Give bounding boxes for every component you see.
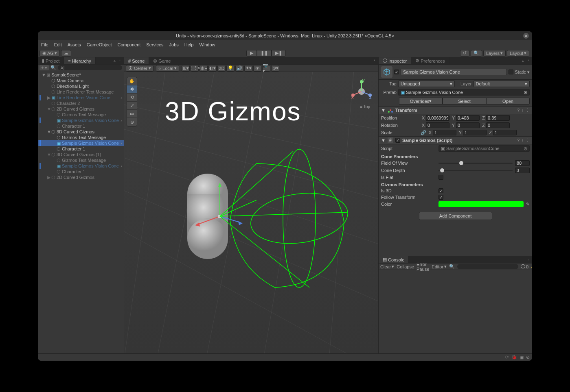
menu-edit[interactable]: Edit: [54, 42, 62, 47]
scale-z[interactable]: [493, 130, 517, 135]
fx-dropdown[interactable]: ✦▾: [244, 65, 252, 72]
audio-toggle[interactable]: 🔊: [235, 65, 243, 72]
hierarchy-item[interactable]: ⬡Directional Light: [38, 83, 124, 89]
grid-snap-button[interactable]: ⊞▾: [182, 65, 190, 72]
menu-gameobject[interactable]: GameObject: [87, 42, 112, 47]
cache-server-icon[interactable]: ▣: [520, 355, 524, 360]
rotation-y[interactable]: [456, 122, 480, 128]
hierarchy-item[interactable]: ⬡Gizmos Text Message: [38, 157, 124, 163]
menu-component[interactable]: Component: [117, 42, 140, 47]
prefab-open-button[interactable]: Open: [486, 98, 530, 105]
cloud-button[interactable]: ☁: [61, 50, 71, 57]
help-icon[interactable]: ?: [517, 138, 520, 143]
lighting-toggle[interactable]: 💡: [226, 65, 235, 72]
progress-icon[interactable]: ⊘: [526, 355, 530, 360]
component-enabled-checkbox[interactable]: ✓: [395, 138, 400, 143]
help-icon[interactable]: ?: [517, 108, 520, 113]
hierarchy-item[interactable]: ▼⊠SampleScene*: [38, 72, 124, 78]
isflat-checkbox[interactable]: [438, 175, 443, 180]
tab-project[interactable]: ▮ Project: [38, 57, 64, 64]
console-clear-button[interactable]: Clear ▾: [380, 264, 394, 269]
tab-game[interactable]: ◎ Game: [149, 57, 175, 64]
menu-jobs[interactable]: Jobs: [169, 42, 179, 47]
layer-dropdown[interactable]: Default▾: [474, 81, 530, 87]
open-prefab-icon[interactable]: ›: [121, 141, 122, 146]
debugger-icon[interactable]: 🐞: [511, 355, 517, 360]
2d-toggle[interactable]: 2D: [217, 65, 226, 72]
hand-tool[interactable]: ✋: [127, 77, 137, 85]
preset-icon[interactable]: ⫶: [521, 138, 524, 143]
window-close-button[interactable]: ✕: [523, 33, 529, 39]
depth-slider[interactable]: [438, 170, 513, 171]
open-prefab-icon[interactable]: ›: [121, 95, 122, 100]
move-tool[interactable]: ✥: [127, 85, 137, 94]
overrides-dropdown[interactable]: Overrides ▾: [399, 98, 443, 105]
console-editor-dropdown[interactable]: Editor ▾: [432, 264, 447, 269]
prefab-select-button[interactable]: Select: [443, 98, 486, 105]
depth-value[interactable]: [515, 168, 530, 173]
menu-services[interactable]: Services: [146, 42, 163, 47]
hierarchy-item[interactable]: ▣Sample Gizmos Vision Cone›: [38, 140, 124, 146]
menu-icon[interactable]: ⋮: [526, 257, 531, 262]
tab-hierarchy[interactable]: ≡ Hierarchy: [64, 57, 96, 64]
transform-tool[interactable]: ⊕: [127, 118, 137, 126]
console-search[interactable]: [457, 264, 518, 269]
color-field[interactable]: [438, 201, 524, 207]
draw-mode-dropdown[interactable]: ◐▾: [208, 65, 217, 72]
console-collapse-toggle[interactable]: Collapse: [397, 264, 414, 269]
hierarchy-item[interactable]: ▣Sample Gizmos Vision Cone›: [38, 163, 124, 169]
rotate-tool[interactable]: ⟲: [127, 94, 137, 102]
hierarchy-item[interactable]: ▣Sample Gizmos Vision Cone›: [38, 118, 124, 123]
position-x[interactable]: [426, 115, 449, 121]
console-error-pause-toggle[interactable]: Error Pause: [417, 262, 429, 272]
hierarchy-item[interactable]: ⬡Character 1: [38, 169, 124, 174]
camera-dropdown[interactable]: 📷▾: [262, 65, 270, 72]
static-checkbox[interactable]: [509, 70, 513, 74]
scale-y[interactable]: [463, 130, 487, 135]
visibility-toggle[interactable]: 👁: [253, 65, 261, 72]
hierarchy-item[interactable]: ⬡Line Renderer Text Message: [38, 89, 124, 95]
pause-button[interactable]: ❚❚: [257, 50, 272, 57]
hierarchy-item[interactable]: ⬡Gizmos Text Message: [38, 135, 124, 140]
menu-icon[interactable]: ⋮: [525, 138, 530, 143]
script-component-header[interactable]: ▼ # ✓ Sample Gizmos (Script) ?⫶⋮: [379, 136, 532, 144]
prefab-asset-field[interactable]: ▣ Sample Gizmos Vision Cone ⊙: [398, 89, 530, 96]
gameobject-name-field[interactable]: [401, 69, 507, 75]
chevron-down-icon[interactable]: ▾: [527, 70, 530, 75]
eyedropper-icon[interactable]: ✎: [526, 202, 530, 207]
locate-icon[interactable]: ⊙: [524, 90, 527, 95]
hierarchy-item[interactable]: ▼⬡3D Curved Gizmos (1): [38, 152, 124, 157]
scene-viewport[interactable]: ✋ ✥ ⟲ ⤢ ▭ ⊕ 3D Gizmos y x z ≡ Top: [124, 72, 378, 353]
gameobject-active-checkbox[interactable]: ✓: [394, 70, 399, 74]
hierarchy-item[interactable]: ⬡Character 1: [38, 146, 124, 152]
scale-tool[interactable]: ⤢: [127, 102, 137, 110]
hierarchy-item[interactable]: ▶⬡2D Curved Gizmos: [38, 174, 124, 180]
tag-dropdown[interactable]: Untagged▾: [398, 81, 455, 87]
warn-badge[interactable]: ⚠0: [531, 264, 532, 269]
menu-help[interactable]: Help: [184, 42, 194, 47]
position-y[interactable]: [456, 115, 480, 121]
snap-button[interactable]: ⫛▾: [200, 65, 208, 72]
menu-assets[interactable]: Assets: [68, 42, 81, 47]
add-button[interactable]: + ▾: [39, 65, 49, 70]
hierarchy-item[interactable]: ⬡Gizmos Text Message: [38, 112, 124, 118]
layout-dropdown[interactable]: Layout ▾: [507, 50, 529, 57]
hierarchy-item[interactable]: ▶▣Line Renderer Vision Cone›: [38, 95, 124, 100]
fov-slider[interactable]: [438, 163, 513, 164]
transform-component-header[interactable]: ▼ Transform ?⫶⋮: [379, 106, 532, 114]
tab-preferences[interactable]: ⚙ Preferences: [411, 57, 449, 64]
gizmos-dropdown[interactable]: ⊕▾: [271, 65, 279, 72]
menu-icon[interactable]: ⋮: [526, 58, 531, 63]
open-prefab-icon[interactable]: ›: [121, 118, 122, 123]
undo-history-button[interactable]: ↺: [460, 50, 469, 57]
hierarchy-search[interactable]: [58, 65, 122, 70]
info-badge[interactable]: ⓘ0: [521, 264, 528, 270]
hierarchy-item[interactable]: ⬡Main Camera: [38, 78, 124, 83]
rect-tool[interactable]: ▭: [127, 110, 137, 118]
menu-icon[interactable]: ⋮: [118, 58, 122, 63]
menu-icon[interactable]: ⋮: [525, 108, 530, 113]
orientation-gizmo[interactable]: y x z: [351, 79, 373, 108]
layers-dropdown[interactable]: Layers ▾: [483, 50, 506, 57]
hierarchy-item[interactable]: ⬡Character 1: [38, 123, 124, 129]
auto-refresh-icon[interactable]: ⟳: [505, 355, 509, 360]
